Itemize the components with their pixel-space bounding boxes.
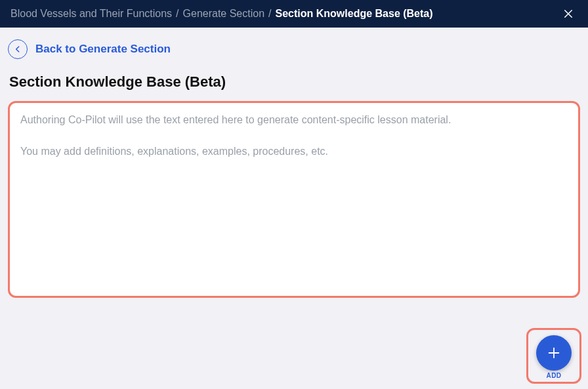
page-body: Back to Generate Section Section Knowled… bbox=[0, 28, 588, 389]
breadcrumb-root[interactable]: Blood Vessels and Their Functions bbox=[10, 8, 172, 20]
back-link-label[interactable]: Back to Generate Section bbox=[35, 43, 171, 56]
knowledge-base-textarea[interactable] bbox=[20, 112, 568, 287]
breadcrumb-active: Section Knowledge Base (Beta) bbox=[276, 8, 433, 20]
app-header: Blood Vessels and Their Functions / Gene… bbox=[0, 0, 588, 28]
breadcrumb-separator: / bbox=[176, 8, 178, 20]
page-title: Section Knowledge Base (Beta) bbox=[8, 73, 580, 91]
knowledge-base-textarea-highlight bbox=[8, 101, 580, 298]
add-button[interactable] bbox=[536, 335, 572, 371]
back-link[interactable]: Back to Generate Section bbox=[8, 39, 580, 59]
close-icon bbox=[562, 8, 574, 20]
breadcrumb-separator: / bbox=[268, 8, 271, 20]
add-button-label: ADD bbox=[546, 372, 561, 379]
chevron-left-icon bbox=[13, 45, 22, 54]
breadcrumb: Blood Vessels and Their Functions / Gene… bbox=[10, 8, 559, 20]
plus-icon bbox=[547, 346, 561, 360]
back-circle[interactable] bbox=[8, 39, 28, 59]
add-button-highlight: ADD bbox=[526, 328, 581, 384]
close-button[interactable] bbox=[559, 5, 578, 23]
breadcrumb-mid[interactable]: Generate Section bbox=[183, 8, 265, 20]
